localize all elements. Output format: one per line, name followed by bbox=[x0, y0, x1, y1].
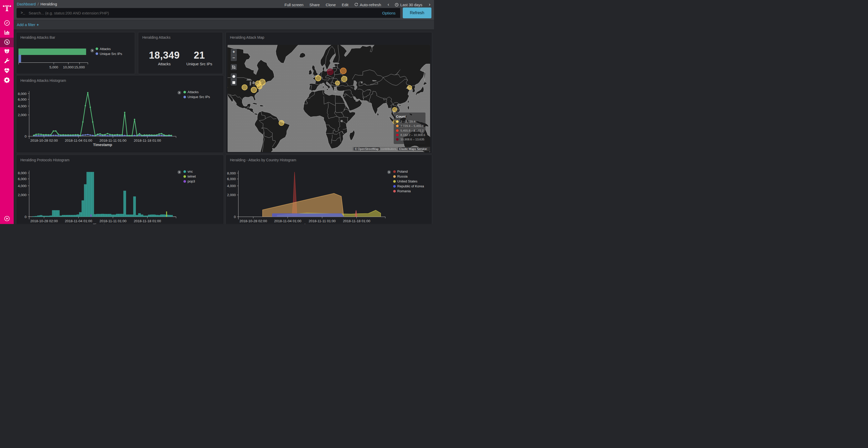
legend-color-dot bbox=[96, 53, 98, 55]
draw-rectangle-button[interactable] bbox=[231, 79, 237, 86]
panel-attacks-bar: Heralding Attacks Bar 5,00010,00015,000 … bbox=[16, 32, 135, 74]
auto-refresh-button[interactable]: Auto-refresh bbox=[354, 3, 381, 7]
gear-icon bbox=[4, 77, 10, 84]
search-input[interactable] bbox=[29, 11, 382, 15]
wrench-icon bbox=[4, 58, 10, 65]
attack-location-marker[interactable] bbox=[242, 84, 247, 90]
time-range-button[interactable]: Last 30 days bbox=[395, 3, 423, 7]
time-forward-button[interactable]: › bbox=[429, 2, 430, 7]
legend-item-attacks[interactable]: Attacks bbox=[96, 46, 122, 51]
breadcrumb-dashboard-link[interactable]: Dashboard bbox=[17, 2, 36, 6]
tmobile-logo[interactable] bbox=[0, 2, 14, 13]
sidebar-item-monitoring[interactable] bbox=[0, 66, 14, 76]
attack-location-marker[interactable] bbox=[327, 69, 333, 75]
legend-color-dot bbox=[393, 185, 396, 187]
panel-country-histogram: Heralding - Attacks by Country Histogram… bbox=[225, 154, 432, 224]
osm-link[interactable]: © OpenStreetMap bbox=[354, 147, 380, 150]
app-sidebar bbox=[0, 0, 14, 224]
svg-text:5,000: 5,000 bbox=[49, 65, 58, 69]
add-filter-link[interactable]: Add a filter+ bbox=[17, 23, 39, 27]
top-chrome: Dashboard/Heralding Full screen Share Cl… bbox=[14, 0, 434, 20]
svg-text:2018-11-18 01:00: 2018-11-18 01:00 bbox=[134, 139, 161, 142]
legend-countries: PolandRussiaUnited StatesRepublic of Kor… bbox=[393, 169, 424, 194]
legend-range-label: 8,182.2 – 10,908.6 bbox=[400, 133, 425, 137]
legend-label: United States bbox=[397, 179, 417, 183]
fit-data-bounds-button[interactable] bbox=[231, 64, 237, 70]
zoom-in-button[interactable]: + bbox=[231, 49, 237, 55]
plus-icon: + bbox=[37, 23, 39, 27]
legend-protocols: vnctelnetpop3 bbox=[183, 169, 196, 184]
attack-location-marker[interactable] bbox=[340, 68, 346, 74]
attack-map[interactable]: + − Count 3 bbox=[227, 45, 430, 152]
ems-link[interactable]: Elastic Maps Service bbox=[398, 147, 428, 150]
legend-item-telnet[interactable]: telnet bbox=[183, 174, 196, 179]
refresh-button[interactable]: Refresh bbox=[403, 7, 431, 18]
metric-label: Unique Src IPs bbox=[178, 62, 221, 66]
attack-location-marker[interactable] bbox=[393, 107, 397, 112]
zoom-out-button[interactable]: − bbox=[231, 55, 237, 61]
legend-item-unique-src-ips[interactable]: Unique Src IPs bbox=[183, 95, 210, 99]
legend-label: telnet bbox=[188, 174, 196, 178]
svg-text:4,000: 4,000 bbox=[227, 184, 236, 188]
legend-item-vnc[interactable]: vnc bbox=[183, 169, 196, 174]
panel-attacks-histogram: Heralding Attacks Histogram 02,0004,0006… bbox=[16, 75, 224, 153]
svg-text:0: 0 bbox=[234, 215, 236, 219]
breadcrumb-separator: / bbox=[36, 2, 40, 6]
legend-item-poland[interactable]: Poland bbox=[393, 169, 424, 174]
legend-attacks-bar: AttacksUnique Src IPs bbox=[96, 46, 122, 56]
svg-text:2,000: 2,000 bbox=[227, 193, 236, 197]
draw-polygon-button[interactable] bbox=[231, 73, 237, 79]
legend-item-republic-of-korea[interactable]: Republic of Korea bbox=[393, 184, 424, 188]
svg-text:6,000: 6,000 bbox=[18, 97, 27, 101]
sidebar-item-dashboard[interactable] bbox=[0, 38, 14, 47]
breadcrumb: Dashboard/Heralding bbox=[17, 2, 57, 6]
map-legend-row: 8,182.2 – 10,908.6 bbox=[396, 133, 423, 137]
attack-location-marker[interactable] bbox=[257, 84, 262, 89]
clone-button[interactable]: Clone bbox=[326, 3, 336, 7]
svg-text:Timestamp: Timestamp bbox=[302, 223, 321, 224]
sidebar-nav bbox=[0, 19, 14, 85]
legend-color-dot bbox=[396, 129, 399, 132]
legend-item-unique-src-ips[interactable]: Unique Src IPs bbox=[96, 51, 122, 56]
legend-color-dot bbox=[396, 138, 399, 141]
attack-location-marker[interactable] bbox=[342, 76, 347, 82]
legend-label: Russia bbox=[397, 174, 408, 178]
svg-text:Timestamp: Timestamp bbox=[93, 223, 112, 224]
query-options-link[interactable]: Options bbox=[382, 11, 396, 15]
time-back-button[interactable]: ‹ bbox=[388, 2, 389, 7]
attack-location-marker[interactable] bbox=[315, 75, 321, 81]
sidebar-item-discover[interactable] bbox=[0, 19, 14, 28]
map-zoom-control: + − bbox=[231, 49, 237, 61]
sidebar-collapse-button[interactable] bbox=[0, 215, 14, 222]
legend-item-united-states[interactable]: United States bbox=[393, 179, 424, 184]
sidebar-item-devtools[interactable] bbox=[0, 57, 14, 66]
legend-item-attacks[interactable]: Attacks bbox=[183, 90, 210, 95]
sidebar-item-visualize[interactable] bbox=[0, 28, 14, 38]
panel-title: Heralding Attacks bbox=[142, 35, 170, 39]
share-button[interactable]: Share bbox=[309, 3, 320, 7]
legend-color-dot bbox=[396, 125, 399, 127]
attack-location-marker[interactable] bbox=[335, 81, 340, 85]
legend-item-romania[interactable]: Romania bbox=[393, 188, 424, 194]
legend-item-pop3[interactable]: pop3 bbox=[183, 179, 196, 184]
attack-location-marker[interactable] bbox=[251, 87, 257, 93]
legend-range-label: 3 – 2,729.4 bbox=[400, 120, 415, 123]
legend-label: Attacks bbox=[100, 47, 111, 51]
map-draw-control bbox=[231, 73, 237, 86]
sidebar-item-management[interactable] bbox=[0, 76, 14, 85]
legend-color-dot bbox=[393, 170, 396, 173]
sidebar-item-tpot[interactable] bbox=[0, 47, 14, 57]
svg-text:2,000: 2,000 bbox=[18, 113, 27, 117]
attack-location-marker[interactable] bbox=[279, 120, 284, 126]
svg-text:2018-11-04 01:00: 2018-11-04 01:00 bbox=[65, 219, 92, 223]
legend-color-dot bbox=[183, 91, 186, 94]
svg-text:4,000: 4,000 bbox=[18, 184, 27, 187]
legend-toggle-chevron[interactable] bbox=[90, 49, 94, 53]
attack-location-marker[interactable] bbox=[407, 85, 412, 90]
svg-text:2018-11-04 01:00: 2018-11-04 01:00 bbox=[65, 139, 92, 142]
fullscreen-button[interactable]: Full screen bbox=[284, 3, 303, 7]
legend-label: Unique Src IPs bbox=[100, 52, 122, 56]
svg-text:2018-11-18 01:00: 2018-11-18 01:00 bbox=[134, 219, 161, 223]
edit-button[interactable]: Edit bbox=[342, 3, 348, 7]
legend-item-russia[interactable]: Russia bbox=[393, 174, 424, 179]
